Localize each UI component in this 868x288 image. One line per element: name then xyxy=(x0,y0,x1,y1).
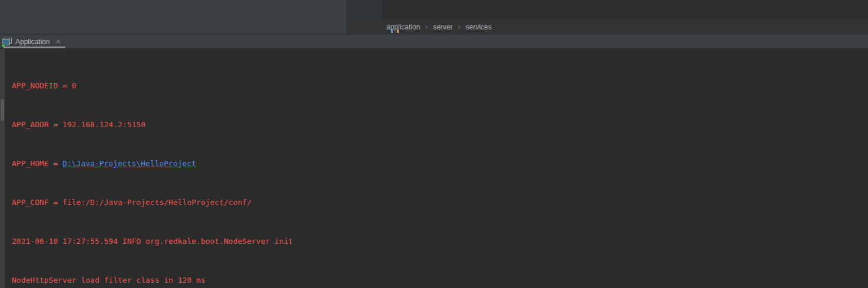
editor-gutter xyxy=(346,0,382,19)
editor-code-glimpse xyxy=(391,29,393,33)
breadcrumb-item-server[interactable]: server xyxy=(433,23,452,31)
editor-pane xyxy=(346,0,868,19)
close-icon[interactable]: ✕ xyxy=(55,38,61,46)
console-line: APP_HOME = D:\Java-Projects\HelloProject xyxy=(12,157,763,170)
console-line: 2021-06-10 17:27:55.594 INFO org.redkale… xyxy=(12,235,763,248)
left-editor-pane xyxy=(0,0,346,34)
breadcrumb-item-services[interactable]: services xyxy=(466,23,492,31)
chevron-right-icon: › xyxy=(458,23,460,31)
console-log: APP_NODEID = 0 APP_ADDR = 192.168.124.2:… xyxy=(12,54,763,288)
run-toolwindow-tabbar: Application ✕ xyxy=(0,34,868,48)
console-gutter xyxy=(0,49,5,288)
console-window-icon xyxy=(2,38,12,47)
console-line: NodeHttpServer load filter class in 120 … xyxy=(12,274,763,287)
editors-area: application › server › services xyxy=(0,0,868,34)
console-output[interactable]: APP_NODEID = 0 APP_ADDR = 192.168.124.2:… xyxy=(0,48,868,288)
app-home-link[interactable]: D:\Java-Projects\HelloProject xyxy=(62,159,196,168)
breadcrumb: application › server › services xyxy=(346,19,868,34)
console-line-prefix: APP_HOME = xyxy=(12,159,62,168)
tab-application-label: Application xyxy=(15,38,50,46)
scrollbar-thumb[interactable] xyxy=(1,99,4,121)
console-line: APP_NODEID = 0 xyxy=(12,80,763,92)
console-line: APP_CONF = file:/D:/Java-Projects/HelloP… xyxy=(12,196,763,209)
chevron-right-icon: › xyxy=(425,23,428,31)
console-line: APP_ADDR = 192.168.124.2:5150 xyxy=(12,118,763,131)
editor-code-glimpse xyxy=(397,29,399,33)
